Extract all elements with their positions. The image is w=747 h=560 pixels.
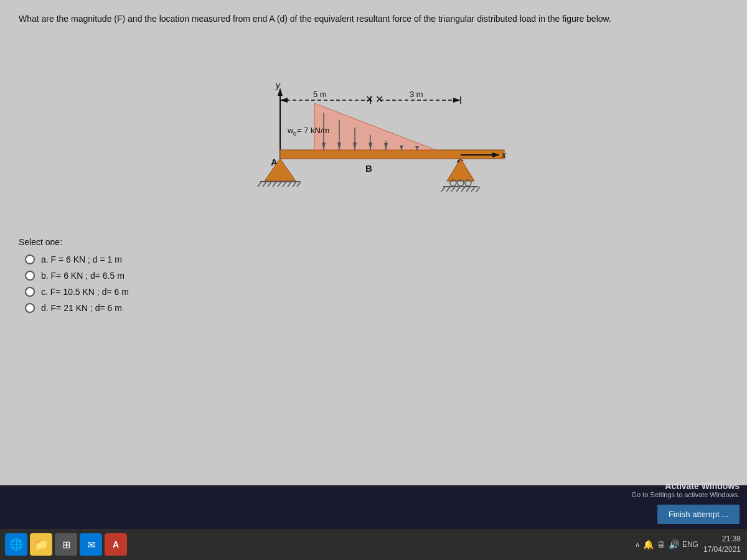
finish-attempt-button[interactable]: Finish attempt ... xyxy=(657,505,740,524)
svg-marker-50 xyxy=(447,159,474,181)
main-content: What are the magnitude (F) and the locat… xyxy=(0,0,747,485)
question-text: What are the magnitude (F) and the locat… xyxy=(19,12,728,26)
svg-text:B: B xyxy=(365,163,372,174)
radio-b[interactable] xyxy=(25,271,35,281)
svg-line-55 xyxy=(441,187,445,192)
svg-line-41 xyxy=(268,182,271,187)
bottom-right-area: Activate Windows Go to Settings to activ… xyxy=(631,481,740,524)
svg-line-39 xyxy=(258,182,261,187)
radio-c[interactable] xyxy=(25,287,35,297)
svg-marker-22 xyxy=(280,98,288,103)
choice-a[interactable]: a. F = 6 KN ; d = 1 m xyxy=(25,254,728,264)
taskbar-app-icon[interactable]: A xyxy=(105,533,127,556)
tray-icons: ∧ 🔔 🖥 🔊 ENG xyxy=(635,539,698,549)
svg-line-56 xyxy=(446,187,450,192)
svg-line-62 xyxy=(476,187,480,192)
svg-line-42 xyxy=(273,182,276,187)
choice-b[interactable]: b. F= 6 KN ; d= 6.5 m xyxy=(25,271,728,281)
svg-text:✕: ✕ xyxy=(375,94,383,105)
taskbar-folder-icon[interactable]: 📁 xyxy=(30,533,52,556)
activate-windows-subtitle: Go to Settings to activate Windows. xyxy=(631,491,740,498)
svg-line-57 xyxy=(451,187,455,192)
radio-a[interactable] xyxy=(25,254,35,264)
svg-line-45 xyxy=(288,182,291,187)
taskbar-grid-icon[interactable]: ⊞ xyxy=(55,533,77,556)
svg-text:x: x xyxy=(501,150,507,160)
tray-time: 21:38 xyxy=(703,534,741,544)
svg-line-59 xyxy=(461,187,465,192)
svg-line-43 xyxy=(278,182,281,187)
choice-a-label: a. F = 6 KN ; d = 1 m xyxy=(41,254,122,264)
svg-line-60 xyxy=(466,187,470,192)
tray-clock[interactable]: 21:38 17/04/2021 xyxy=(703,534,741,555)
svg-line-47 xyxy=(297,182,301,187)
svg-text:= 7 kN/m: = 7 kN/m xyxy=(297,126,329,135)
taskbar-mail-icon[interactable]: ✉ xyxy=(80,533,102,556)
svg-line-58 xyxy=(456,187,460,192)
diagram-container: y xyxy=(19,38,728,218)
tray-volume-icon[interactable]: 🔊 xyxy=(669,539,679,549)
svg-marker-37 xyxy=(265,159,296,181)
svg-text:y: y xyxy=(275,80,281,90)
system-tray: ∧ 🔔 🖥 🔊 ENG 21:38 17/04/2021 xyxy=(635,529,747,560)
svg-text:0: 0 xyxy=(293,131,296,137)
choice-b-label: b. F= 6 KN ; d= 6.5 m xyxy=(41,271,125,281)
svg-line-44 xyxy=(283,182,286,187)
choice-c[interactable]: c. F= 10.5 KN ; d= 6 m xyxy=(25,287,728,297)
svg-line-61 xyxy=(471,187,475,192)
choices: a. F = 6 KN ; d = 1 m b. F= 6 KN ; d= 6.… xyxy=(19,254,728,313)
choice-d-label: d. F= 21 KN ; d= 6 m xyxy=(41,303,122,313)
tray-chevron-icon[interactable]: ∧ xyxy=(635,541,640,549)
svg-text:✕: ✕ xyxy=(365,94,374,105)
choice-d[interactable]: d. F= 21 KN ; d= 6 m xyxy=(25,303,728,313)
svg-line-40 xyxy=(263,182,266,187)
svg-marker-28 xyxy=(453,98,461,103)
tray-notification-icon[interactable]: 🔔 xyxy=(643,539,654,549)
taskbar-edge-icon[interactable]: 🌐 xyxy=(5,533,27,556)
choice-c-label: c. F= 10.5 KN ; d= 6 m xyxy=(41,287,129,297)
diagram-svg: y xyxy=(193,38,554,218)
tray-screen-icon[interactable]: 🖥 xyxy=(657,539,665,549)
radio-d[interactable] xyxy=(25,303,35,313)
svg-text:3 m: 3 m xyxy=(410,90,423,99)
svg-line-46 xyxy=(293,182,296,187)
tray-date: 17/04/2021 xyxy=(703,544,741,555)
tray-lang-label: ENG xyxy=(682,540,698,549)
svg-marker-4 xyxy=(314,103,436,150)
activate-windows-title: Activate Windows xyxy=(631,481,740,491)
select-label: Select one: xyxy=(19,237,728,247)
svg-text:5 m: 5 m xyxy=(313,90,327,99)
